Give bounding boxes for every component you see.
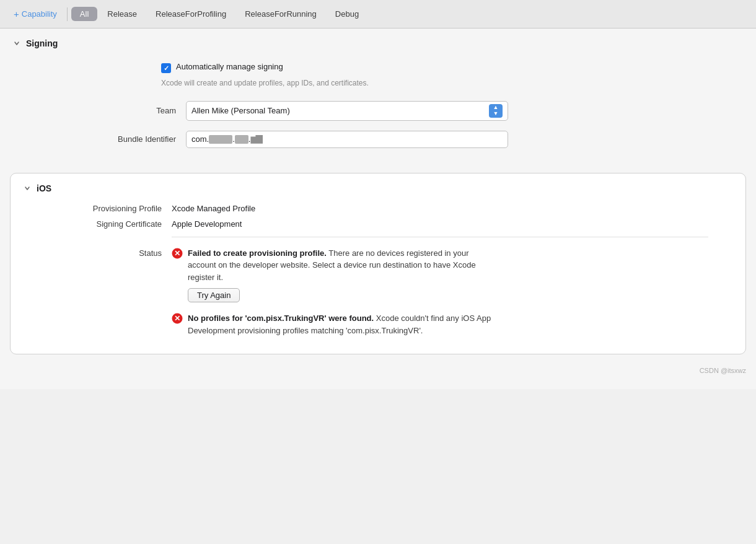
ios-divider xyxy=(172,237,708,237)
team-row: Team Allen Mike (Personal Team) ▲ ▼ xyxy=(0,96,756,126)
error-icon-2: ✕ xyxy=(172,313,183,324)
signing-certificate-value: Apple Development xyxy=(172,219,242,229)
watermark: CSDN @itsxwz xyxy=(0,362,756,377)
signing-certificate-label: Signing Certificate xyxy=(48,219,172,229)
provisioning-profile-label: Provisioning Profile xyxy=(48,204,172,213)
signing-section-header: Signing xyxy=(0,29,756,55)
error-icon-1: ✕ xyxy=(172,248,183,259)
tab-release-for-profiling[interactable]: ReleaseForProfiling xyxy=(147,7,235,21)
try-again-button[interactable]: Try Again xyxy=(188,288,240,302)
auto-signing-label: Automatically manage signing xyxy=(176,62,283,71)
tab-release-for-running[interactable]: ReleaseForRunning xyxy=(236,7,325,21)
auto-signing-row: Automatically manage signing xyxy=(0,59,756,76)
tab-release[interactable]: Release xyxy=(99,7,146,21)
status-row: Status ✕ Failed to create provisioning p… xyxy=(11,242,745,342)
team-select[interactable]: Allen Mike (Personal Team) ▲ ▼ xyxy=(186,101,508,121)
status-bold-2: No profiles for 'com.pisx.TrukingVR' wer… xyxy=(188,314,374,323)
status-text-1: Failed to create provisioning profile. T… xyxy=(188,247,494,303)
status-content: ✕ Failed to create provisioning profile.… xyxy=(172,247,494,337)
plus-icon: + xyxy=(14,9,19,19)
svg-text:✕: ✕ xyxy=(174,249,180,258)
ios-section: iOS Provisioning Profile Xcode Managed P… xyxy=(10,173,746,355)
provisioning-profile-value: Xcode Managed Profile xyxy=(172,204,255,213)
bundle-icon xyxy=(250,135,263,144)
ios-chevron[interactable] xyxy=(23,184,32,193)
signing-chevron[interactable] xyxy=(12,39,21,48)
signing-certificate-row: Signing Certificate Apple Development xyxy=(11,216,745,232)
status-text-2: No profiles for 'com.pisx.TrukingVR' wer… xyxy=(188,312,494,336)
auto-signing-sublabel: Xcode will create and update profiles, a… xyxy=(0,78,421,89)
toolbar: + Capability All Release ReleaseForProfi… xyxy=(0,0,756,29)
provisioning-profile-row: Provisioning Profile Xcode Managed Profi… xyxy=(11,201,745,216)
tab-debug[interactable]: Debug xyxy=(327,7,367,21)
status-item-2: ✕ No profiles for 'com.pisx.TrukingVR' w… xyxy=(172,312,494,336)
ios-title: iOS xyxy=(37,183,51,193)
watermark-text: CSDN @itsxwz xyxy=(700,367,746,374)
bundle-prefix: com. xyxy=(191,134,209,144)
bundle-id-label: Bundle Identifier xyxy=(62,134,186,144)
status-text-content-1: Failed to create provisioning profile. T… xyxy=(188,248,476,282)
bundle-blur-2 xyxy=(235,135,248,144)
bundle-id-field[interactable]: com. . . xyxy=(186,131,508,148)
stepper-arrows: ▲ ▼ xyxy=(493,105,499,117)
bundle-blur-1 xyxy=(209,135,232,144)
status-text-content-2: No profiles for 'com.pisx.TrukingVR' wer… xyxy=(188,314,491,335)
svg-text:✕: ✕ xyxy=(174,314,180,323)
signing-title: Signing xyxy=(26,38,58,48)
status-label: Status xyxy=(48,247,172,258)
tab-separator xyxy=(67,7,68,21)
status-bold-1: Failed to create provisioning profile. xyxy=(188,248,327,258)
team-value: Allen Mike (Personal Team) xyxy=(191,106,290,115)
bundle-id-row: Bundle Identifier com. . . xyxy=(0,126,756,153)
auto-signing-checkbox[interactable] xyxy=(161,63,171,73)
tab-all[interactable]: All xyxy=(71,7,97,21)
team-label: Team xyxy=(62,106,186,115)
capability-button-label: Capability xyxy=(22,9,57,19)
team-stepper[interactable]: ▲ ▼ xyxy=(489,104,503,118)
bundle-dot-2: . xyxy=(248,134,251,144)
signing-body: Automatically manage signing Xcode will … xyxy=(0,55,756,165)
add-capability-button[interactable]: + Capability xyxy=(7,6,63,22)
status-item-1: ✕ Failed to create provisioning profile.… xyxy=(172,247,494,303)
main-content: Signing Automatically manage signing Xco… xyxy=(0,29,756,389)
ios-section-header: iOS xyxy=(11,183,745,201)
